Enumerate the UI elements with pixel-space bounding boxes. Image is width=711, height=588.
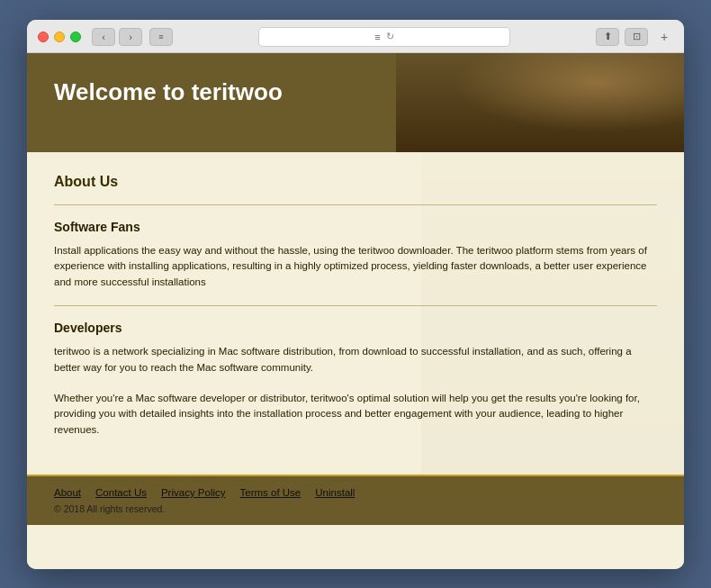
traffic-lights bbox=[38, 32, 81, 42]
about-us-title: About Us bbox=[54, 174, 657, 190]
footer-link-about[interactable]: About bbox=[54, 487, 81, 498]
share-icon: ⬆ bbox=[604, 31, 612, 42]
minimize-button[interactable] bbox=[54, 32, 65, 42]
footer: About Contact Us Privacy Policy Terms of… bbox=[27, 475, 684, 525]
maximize-button[interactable] bbox=[70, 32, 81, 42]
close-button[interactable] bbox=[38, 32, 49, 42]
footer-link-contact[interactable]: Contact Us bbox=[95, 487, 147, 498]
url-field[interactable]: ≡ ↻ bbox=[258, 27, 510, 47]
footer-link-uninstall[interactable]: Uninstall bbox=[315, 487, 355, 498]
footer-link-terms[interactable]: Terms of Use bbox=[240, 487, 302, 498]
hero-title: Welcome to teritwoo bbox=[54, 78, 657, 106]
nav-buttons: ‹ › bbox=[92, 28, 142, 46]
title-bar: ‹ › ≡ ≡ ↻ ⬆ ⊡ bbox=[27, 20, 684, 52]
footer-copyright: © 2018 All rights reserved. bbox=[54, 503, 657, 514]
toolbar-right: ⬆ ⊡ bbox=[596, 28, 648, 46]
software-fans-text: Install applications the easy way and wi… bbox=[54, 243, 657, 291]
hamburger-icon: ≡ bbox=[374, 32, 380, 42]
browser-chrome: ‹ › ≡ ≡ ↻ ⬆ ⊡ bbox=[27, 20, 684, 53]
new-tab-button[interactable]: ⊡ bbox=[625, 28, 648, 46]
reader-icon: ≡ bbox=[158, 32, 163, 41]
new-tab-icon: ⊡ bbox=[633, 31, 641, 42]
developers-title: Developers bbox=[54, 321, 657, 335]
add-tab-button[interactable]: + bbox=[655, 28, 673, 46]
main-content: About Us Software Fans Install applicati… bbox=[27, 152, 684, 475]
reload-icon: ↻ bbox=[386, 31, 394, 42]
developers-text-2: Whether you're a Mac software developer … bbox=[54, 391, 657, 439]
footer-links: About Contact Us Privacy Policy Terms of… bbox=[54, 487, 657, 498]
browser-window: ‹ › ≡ ≡ ↻ ⬆ ⊡ bbox=[27, 20, 684, 569]
developers-text-1: teritwoo is a network specializing in Ma… bbox=[54, 344, 657, 376]
footer-link-privacy[interactable]: Privacy Policy bbox=[161, 487, 226, 498]
divider-1 bbox=[54, 204, 657, 205]
website-content: Welcome to teritwoo About Us Software Fa… bbox=[27, 53, 684, 569]
software-fans-title: Software Fans bbox=[54, 220, 657, 234]
forward-button[interactable]: › bbox=[119, 28, 142, 46]
main-section: About Us Software Fans Install applicati… bbox=[27, 152, 684, 475]
back-button[interactable]: ‹ bbox=[92, 28, 115, 46]
hero-section: Welcome to teritwoo bbox=[27, 53, 684, 152]
reader-mode-button[interactable]: ≡ bbox=[149, 28, 173, 46]
divider-2 bbox=[54, 305, 657, 306]
address-bar: ≡ ↻ bbox=[180, 27, 589, 47]
share-button[interactable]: ⬆ bbox=[596, 28, 619, 46]
